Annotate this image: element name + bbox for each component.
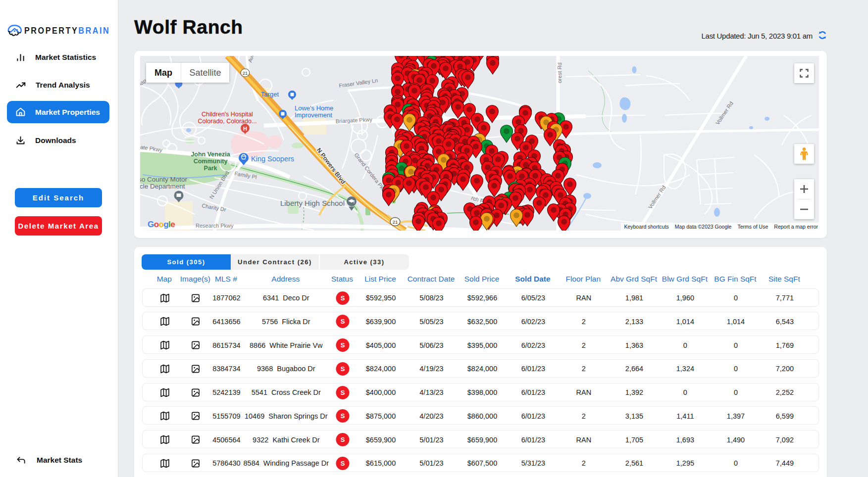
- svg-text:Improvement: Improvement: [295, 111, 332, 119]
- svg-text:so County Motor: so County Motor: [140, 176, 188, 183]
- svg-text:Children's Hospital: Children's Hospital: [202, 111, 253, 118]
- svg-text:King Soopers: King Soopers: [251, 155, 294, 163]
- svg-text:21: 21: [393, 219, 398, 225]
- svg-text:icle Department: icle Department: [140, 183, 185, 190]
- svg-text:H: H: [243, 126, 247, 132]
- svg-text:Liberty High School: Liberty High School: [280, 199, 345, 207]
- svg-text:Colorado, Colorado...: Colorado, Colorado...: [198, 118, 257, 125]
- svg-text:Target: Target: [261, 91, 279, 98]
- svg-text:Lowe's Home: Lowe's Home: [295, 104, 333, 112]
- svg-text:21: 21: [243, 71, 248, 76]
- svg-text:Community: Community: [194, 158, 228, 165]
- svg-text:John Venezia: John Venezia: [191, 151, 230, 158]
- svg-text:Research Pkwy: Research Pkwy: [196, 223, 234, 229]
- svg-text:Park: Park: [204, 165, 217, 172]
- svg-text:orest Rd: orest Rd: [557, 62, 562, 83]
